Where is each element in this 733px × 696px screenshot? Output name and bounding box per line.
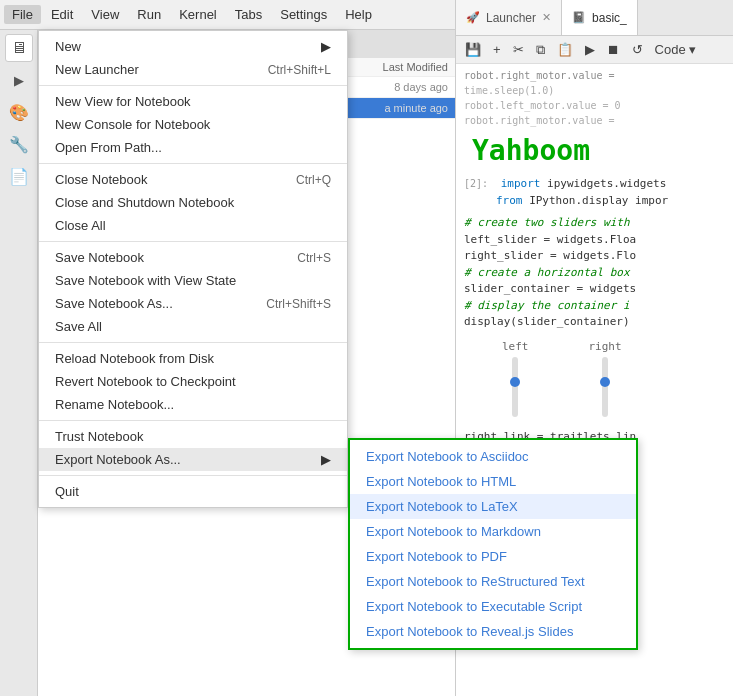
toolbar-stop[interactable]: ⏹	[602, 40, 625, 59]
right-toolbar: 💾 + ✂ ⧉ 📋 ▶ ⏹ ↺ Code ▾	[456, 36, 733, 64]
cell-3: # create two sliders with left_slider = …	[464, 215, 725, 331]
menu-item-close-notebook[interactable]: Close Notebook Ctrl+Q	[39, 168, 347, 191]
separator-1	[39, 85, 347, 86]
from-keyword: from	[496, 194, 523, 207]
left-slider-code: left_slider = widgets.Floa	[464, 233, 636, 246]
right-slider-label: right	[589, 339, 622, 356]
menu-item-reload-label: Reload Notebook from Disk	[55, 351, 214, 366]
from-keyword-container: from IPython.display impor	[496, 194, 668, 207]
sidebar-icon-run[interactable]: ▶	[5, 66, 33, 94]
launcher-tab-close[interactable]: ✕	[542, 11, 551, 24]
menu-item-export-as[interactable]: Export Notebook As... ▶	[39, 448, 347, 471]
menubar-items: File Edit View Run Kernel Tabs Settings …	[4, 0, 380, 29]
menu-item-rename-label: Rename Notebook...	[55, 397, 174, 412]
menu-item-new[interactable]: New ▶	[39, 35, 347, 58]
sidebar-icon-doc[interactable]: 📄	[5, 162, 33, 190]
menu-item-new-console-label: New Console for Notebook	[55, 117, 210, 132]
menu-item-trust[interactable]: Trust Notebook	[39, 425, 347, 448]
toolbar-cut[interactable]: ✂	[508, 40, 529, 59]
right-slider[interactable]: right	[589, 339, 622, 418]
menu-item-new-view[interactable]: New View for Notebook	[39, 90, 347, 113]
menu-kernel[interactable]: Kernel	[171, 5, 225, 24]
menu-item-reload[interactable]: Reload Notebook from Disk	[39, 347, 347, 370]
menu-settings[interactable]: Settings	[272, 5, 335, 24]
toolbar-paste[interactable]: 📋	[552, 40, 578, 59]
submenu-markdown[interactable]: Export Notebook to Markdown	[350, 519, 636, 544]
menu-item-save-view[interactable]: Save Notebook with View State	[39, 269, 347, 292]
menu-item-open-path-label: Open From Path...	[55, 140, 162, 155]
toolbar-code-type[interactable]: Code ▾	[650, 40, 702, 59]
right-panel-tabs: 🚀 Launcher ✕ 📓 basic_	[456, 0, 733, 36]
import-text-2: IPython.display impor	[529, 194, 668, 207]
menu-item-save-as-label: Save Notebook As...	[55, 296, 173, 311]
menu-tabs[interactable]: Tabs	[227, 5, 270, 24]
menu-item-trust-label: Trust Notebook	[55, 429, 143, 444]
right-slider-track	[602, 357, 608, 417]
yahboom-logo: Yahboom	[464, 126, 598, 171]
toolbar-copy[interactable]: ⧉	[531, 40, 550, 60]
toolbar-refresh[interactable]: ↺	[627, 40, 648, 59]
basic-tab-label: basic_	[592, 11, 627, 25]
left-slider[interactable]: left	[502, 339, 529, 418]
sidebar-icon-tools[interactable]: 🔧	[5, 130, 33, 158]
menu-item-new-label: New	[55, 39, 81, 54]
menu-item-save-as-shortcut: Ctrl+Shift+S	[266, 297, 331, 311]
menu-item-new-console[interactable]: New Console for Notebook	[39, 113, 347, 136]
submenu-latex[interactable]: Export Notebook to LaTeX	[350, 494, 636, 519]
menu-item-export-as-arrow: ▶	[321, 452, 331, 467]
menu-item-save-as[interactable]: Save Notebook As... Ctrl+Shift+S	[39, 292, 347, 315]
submenu-pdf[interactable]: Export Notebook to PDF	[350, 544, 636, 569]
menu-edit[interactable]: Edit	[43, 5, 81, 24]
export-submenu: Export Notebook to Asciidoc Export Noteb…	[348, 438, 638, 650]
menu-file[interactable]: File	[4, 5, 41, 24]
toolbar-run[interactable]: ▶	[580, 40, 600, 59]
menu-item-close-all[interactable]: Close All	[39, 214, 347, 237]
menu-item-new-launcher-label: New Launcher	[55, 62, 139, 77]
submenu-rst[interactable]: Export Notebook to ReStructured Text	[350, 569, 636, 594]
toolbar-save[interactable]: 💾	[460, 40, 486, 59]
menu-item-close-shutdown[interactable]: Close and Shutdown Notebook	[39, 191, 347, 214]
menu-help[interactable]: Help	[337, 5, 380, 24]
comment-2: # create a horizontal box	[464, 266, 630, 279]
menu-item-new-launcher[interactable]: New Launcher Ctrl+Shift+L	[39, 58, 347, 81]
right-slider-thumb	[600, 377, 610, 387]
submenu-html[interactable]: Export Notebook to HTML	[350, 469, 636, 494]
code-line-3: robot.left_motor.value = 0	[464, 100, 621, 111]
sidebar-icon-files[interactable]: 🖥	[5, 34, 33, 62]
basic-tab-icon: 📓	[572, 11, 586, 24]
menu-item-save[interactable]: Save Notebook Ctrl+S	[39, 246, 347, 269]
submenu-reveal[interactable]: Export Notebook to Reveal.js Slides	[350, 619, 636, 644]
submenu-script[interactable]: Export Notebook to Executable Script	[350, 594, 636, 619]
menu-item-quit[interactable]: Quit	[39, 480, 347, 503]
separator-4	[39, 342, 347, 343]
tab-basic[interactable]: 📓 basic_	[562, 0, 638, 35]
menu-item-close-notebook-label: Close Notebook	[55, 172, 148, 187]
left-slider-track	[512, 357, 518, 417]
submenu-asciidoc[interactable]: Export Notebook to Asciidoc	[350, 444, 636, 469]
menu-item-new-view-label: New View for Notebook	[55, 94, 191, 109]
menu-item-save-all-label: Save All	[55, 319, 102, 334]
left-sidebar: 🖥 ▶ 🎨 🔧 📄	[0, 30, 38, 696]
import-keyword: import	[501, 177, 541, 190]
cell-output: robot.right_motor.value = time.sleep(1.0…	[464, 68, 725, 128]
menu-item-export-as-label: Export Notebook As...	[55, 452, 181, 467]
tab-launcher[interactable]: 🚀 Launcher ✕	[456, 0, 562, 35]
code-line-2: time.sleep(1.0)	[464, 85, 554, 96]
menu-run[interactable]: Run	[129, 5, 169, 24]
menu-item-new-launcher-shortcut: Ctrl+Shift+L	[268, 63, 331, 77]
menu-item-close-all-label: Close All	[55, 218, 106, 233]
cell-2: [2]: import ipywidgets.widgets from IPyt…	[464, 176, 725, 209]
menu-item-open-path[interactable]: Open From Path...	[39, 136, 347, 159]
sidebar-icon-palette[interactable]: 🎨	[5, 98, 33, 126]
menu-item-revert[interactable]: Revert Notebook to Checkpoint	[39, 370, 347, 393]
menu-item-close-notebook-shortcut: Ctrl+Q	[296, 173, 331, 187]
cell-2-number: [2]:	[464, 178, 488, 189]
menu-item-rename[interactable]: Rename Notebook...	[39, 393, 347, 416]
separator-3	[39, 241, 347, 242]
slider-container-code: slider_container = widgets	[464, 282, 636, 295]
toolbar-add[interactable]: +	[488, 40, 506, 59]
menu-item-save-all[interactable]: Save All	[39, 315, 347, 338]
menu-item-close-shutdown-label: Close and Shutdown Notebook	[55, 195, 234, 210]
left-slider-thumb	[510, 377, 520, 387]
menu-view[interactable]: View	[83, 5, 127, 24]
